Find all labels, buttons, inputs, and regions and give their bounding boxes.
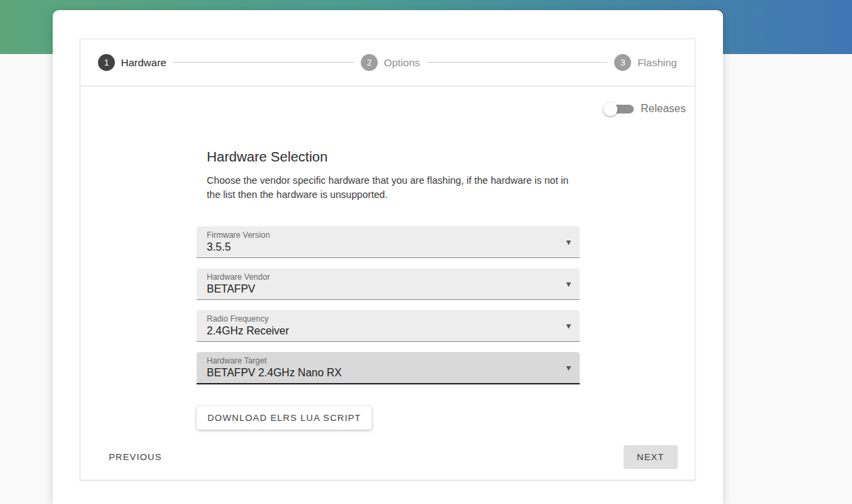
step-number-badge: 1	[98, 54, 115, 71]
hardware-selection-section: Hardware Selection Choose the vendor spe…	[197, 149, 580, 430]
hardware-target-select[interactable]: Hardware Target BETAFPV 2.4GHz Nano RX ▾	[197, 352, 580, 384]
dropdown-arrow-icon[interactable]: ▾	[566, 320, 571, 331]
wizard-content: Releases Hardware Selection Choose the v…	[80, 86, 695, 480]
download-lua-script-button[interactable]: DOWNLOAD ELRS LUA SCRIPT	[197, 406, 372, 430]
firmware-version-select[interactable]: Firmware Version 3.5.5 ▾	[197, 226, 580, 258]
step-label: Options	[384, 57, 420, 69]
field-value: BETAFPV	[207, 283, 557, 295]
step-hardware[interactable]: 1 Hardware	[98, 54, 166, 71]
field-label: Hardware Target	[207, 356, 557, 366]
hardware-vendor-select[interactable]: Hardware Vendor BETAFPV ▾	[197, 268, 580, 300]
dropdown-arrow-icon[interactable]: ▾	[566, 236, 571, 247]
step-label: Hardware	[121, 57, 166, 69]
wizard-footer: PREVIOUS NEXT	[80, 445, 695, 469]
releases-toggle[interactable]	[603, 101, 634, 116]
field-value: 2.4GHz Receiver	[207, 325, 557, 337]
field-label: Radio Frequency	[207, 314, 557, 324]
step-label: Flashing	[637, 57, 677, 69]
page-description: Choose the vendor specific hardware that…	[207, 174, 580, 202]
app-window-panel: 1 Hardware 2 Options 3 Flashing Releases	[53, 10, 723, 504]
wizard-stepper: 1 Hardware 2 Options 3 Flashing	[80, 39, 695, 86]
field-label: Hardware Vendor	[207, 272, 557, 282]
dropdown-arrow-icon[interactable]: ▾	[566, 278, 571, 289]
step-connector	[427, 62, 608, 63]
step-number-badge: 2	[361, 54, 378, 71]
previous-button[interactable]: PREVIOUS	[103, 446, 168, 468]
releases-toggle-row: Releases	[603, 101, 686, 116]
dropdown-arrow-icon[interactable]: ▾	[566, 362, 571, 373]
field-value: 3.5.5	[207, 241, 557, 253]
field-label: Firmware Version	[207, 230, 557, 240]
step-connector	[173, 62, 354, 63]
wizard-card: 1 Hardware 2 Options 3 Flashing Releases	[80, 39, 695, 480]
next-button[interactable]: NEXT	[624, 445, 678, 469]
page-title: Hardware Selection	[207, 149, 580, 165]
step-number-badge: 3	[614, 54, 631, 71]
field-value: BETAFPV 2.4GHz Nano RX	[207, 367, 557, 379]
radio-frequency-select[interactable]: Radio Frequency 2.4GHz Receiver ▾	[197, 310, 580, 342]
step-options[interactable]: 2 Options	[361, 54, 420, 71]
toggle-knob[interactable]	[603, 102, 618, 116]
releases-toggle-label: Releases	[641, 103, 686, 115]
step-flashing[interactable]: 3 Flashing	[614, 54, 677, 71]
